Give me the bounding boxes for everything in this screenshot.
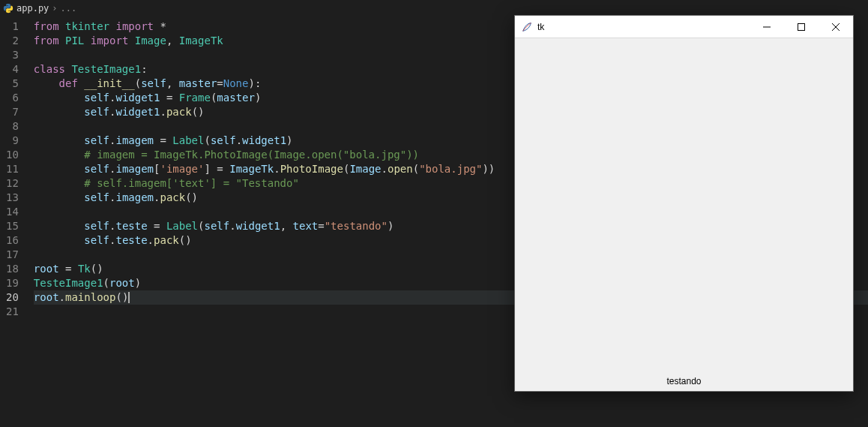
line-number-gutter: 123456789101112131415161718192021 — [0, 17, 28, 427]
python-icon — [3, 3, 13, 14]
line-number: 4 — [6, 62, 19, 77]
line-number: 18 — [6, 262, 19, 276]
line-number: 16 — [6, 233, 19, 248]
line-number: 1 — [6, 20, 19, 34]
tkinter-window[interactable]: tk testando — [514, 15, 854, 392]
tkinter-titlebar[interactable]: tk — [515, 16, 853, 38]
svg-rect-0 — [798, 23, 805, 30]
line-number: 2 — [6, 34, 19, 48]
line-number: 7 — [6, 105, 19, 119]
line-number: 10 — [6, 148, 19, 162]
line-number: 15 — [6, 219, 19, 233]
breadcrumb-separator-icon: › — [52, 3, 57, 14]
tkinter-body: testando — [515, 38, 853, 391]
line-number: 19 — [6, 276, 19, 290]
line-number: 8 — [6, 119, 19, 134]
line-number: 20 — [6, 290, 19, 305]
tk-feather-icon — [521, 21, 533, 33]
line-number: 21 — [6, 305, 19, 319]
breadcrumb-rest[interactable]: ... — [61, 3, 77, 14]
maximize-button[interactable] — [784, 16, 819, 38]
tkinter-label: testando — [666, 376, 701, 386]
line-number: 3 — [6, 48, 19, 62]
line-number: 12 — [6, 176, 19, 191]
line-number: 13 — [6, 191, 19, 205]
line-number: 11 — [6, 162, 19, 176]
line-number: 5 — [6, 77, 19, 91]
line-number: 9 — [6, 134, 19, 148]
line-number: 17 — [6, 248, 19, 262]
line-number: 14 — [6, 205, 19, 219]
breadcrumb-filename[interactable]: app.py — [16, 3, 49, 14]
minimize-button[interactable] — [750, 16, 784, 38]
breadcrumb: app.py › ... — [0, 0, 868, 17]
line-number: 6 — [6, 91, 19, 105]
close-button[interactable] — [819, 16, 853, 38]
tkinter-title: tk — [537, 22, 544, 32]
